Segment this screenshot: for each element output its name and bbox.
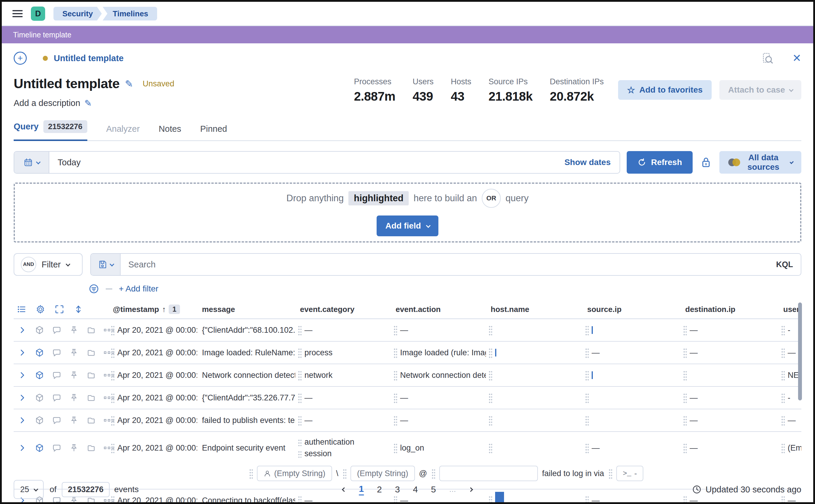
page-2[interactable]: 2	[377, 484, 382, 495]
cell-host-name[interactable]	[486, 415, 583, 426]
gear-icon[interactable]	[36, 305, 45, 314]
timeline-switcher[interactable]: Untitled template	[36, 53, 124, 63]
cell-timestamp[interactable]: Apr 20, 2021 @ 00:00:00.035	[108, 370, 197, 381]
lock-icon[interactable]	[700, 157, 712, 168]
pin-event-icon[interactable]	[69, 443, 78, 452]
cell-event-category[interactable]: network	[295, 370, 391, 381]
edit-title-icon[interactable]: ✎	[125, 78, 133, 90]
cell-event-action[interactable]: Network connection detec...	[391, 370, 486, 381]
cell-message[interactable]: failed to publish events: tem...	[197, 416, 295, 425]
column-header-event-category[interactable]: event.category	[295, 305, 391, 314]
notes-icon[interactable]	[87, 416, 96, 425]
cell-timestamp[interactable]: Apr 20, 2021 @ 00:00:00.019	[108, 347, 197, 358]
add-note-icon[interactable]	[52, 393, 61, 402]
cell-source-ip[interactable]: —	[583, 443, 681, 453]
data-sources-button[interactable]: All data sources	[719, 151, 801, 174]
notes-icon[interactable]	[87, 326, 96, 335]
cell-event-category[interactable]: —	[295, 392, 391, 403]
page-1[interactable]: 1	[359, 484, 364, 495]
analyze-event-icon[interactable]	[35, 393, 44, 402]
refresh-button[interactable]: Refresh	[627, 151, 693, 174]
tab-query[interactable]: Query 21532276	[14, 120, 87, 141]
filter-type-dropdown[interactable]: AND Filter	[14, 253, 83, 276]
cell-source-ip[interactable]	[583, 325, 681, 335]
cell-destination-ip[interactable]: —	[681, 347, 778, 358]
cell-event-category[interactable]: —	[295, 325, 391, 335]
cell-event-action[interactable]: —	[391, 415, 486, 426]
cell-message[interactable]: {"ClientAddr":"35.226.77.71:...	[197, 393, 295, 402]
add-note-icon[interactable]	[52, 326, 61, 335]
page-3[interactable]: 3	[395, 484, 400, 495]
expand-row-icon[interactable]	[18, 416, 27, 425]
cell-event-action[interactable]: log_on	[391, 443, 486, 453]
column-header-message[interactable]: message	[197, 305, 295, 314]
next-page-icon[interactable]	[469, 487, 473, 492]
expand-row-icon[interactable]	[18, 348, 27, 357]
cell-host-name[interactable]	[486, 392, 583, 403]
previous-page-icon[interactable]	[342, 487, 346, 492]
cell-message[interactable]: {"ClientAddr":"68.100.102.46...	[197, 326, 295, 335]
cell-message[interactable]: Image loaded: RuleName: Ut...	[197, 348, 295, 357]
vertical-scrollbar[interactable]	[798, 302, 802, 400]
pin-event-icon[interactable]	[69, 416, 78, 425]
cell-user[interactable]: —	[778, 415, 801, 426]
attach-to-case-button[interactable]: Attach to case	[719, 80, 801, 100]
fullscreen-icon[interactable]	[55, 305, 64, 314]
show-dates-link[interactable]: Show dates	[564, 158, 620, 167]
cell-destination-ip[interactable]	[681, 370, 778, 381]
close-icon[interactable]: ✕	[792, 53, 801, 64]
cell-event-action[interactable]: Image loaded (rule: Image...	[391, 347, 486, 358]
add-filter-link[interactable]: + Add filter	[119, 284, 158, 294]
column-header-event-action[interactable]: event.action	[391, 305, 486, 314]
notes-icon[interactable]	[87, 371, 96, 380]
add-note-icon[interactable]	[52, 371, 61, 380]
expand-row-icon[interactable]	[18, 371, 27, 380]
menu-icon[interactable]	[12, 10, 23, 17]
cell-source-ip[interactable]	[583, 415, 681, 426]
column-header-host-name[interactable]: host.name	[486, 305, 583, 314]
cell-host-name[interactable]	[486, 370, 583, 381]
cell-event-category[interactable]: process	[295, 347, 391, 358]
cell-timestamp[interactable]: Apr 20, 2021 @ 00:00:00.138	[108, 443, 197, 453]
analyze-event-icon[interactable]	[35, 326, 44, 335]
cell-event-category[interactable]: —	[295, 415, 391, 426]
pin-event-icon[interactable]	[69, 326, 78, 335]
add-note-icon[interactable]	[52, 348, 61, 357]
cell-destination-ip[interactable]: —	[681, 392, 778, 403]
analyze-event-icon[interactable]	[35, 371, 44, 380]
cell-user[interactable]: (Em	[778, 443, 801, 453]
analyze-event-icon[interactable]	[35, 348, 44, 357]
cell-source-ip[interactable]: —	[583, 347, 681, 358]
cell-timestamp[interactable]: Apr 20, 2021 @ 00:00:00.121	[108, 392, 197, 403]
cell-timestamp[interactable]: Apr 20, 2021 @ 00:00:00.133	[108, 415, 197, 426]
notes-icon[interactable]	[87, 443, 96, 452]
notes-icon[interactable]	[87, 393, 96, 402]
query-drop-zone[interactable]: Drop anything highlighted here to build …	[14, 183, 801, 243]
cell-event-action[interactable]: —	[391, 325, 486, 335]
column-header-source-ip[interactable]: source.ip	[583, 305, 681, 314]
cell-host-name[interactable]	[486, 443, 583, 453]
breadcrumb-security[interactable]: Security	[53, 7, 102, 20]
cell-destination-ip[interactable]: —	[681, 415, 778, 426]
cell-event-category[interactable]: authentication session	[295, 438, 391, 458]
add-field-button[interactable]: Add field	[376, 215, 439, 236]
add-to-favorites-button[interactable]: ☆ Add to favorites	[618, 80, 712, 100]
tab-notes[interactable]: Notes	[159, 124, 181, 140]
cell-message[interactable]: Endpoint security event	[197, 443, 295, 453]
expand-row-icon[interactable]	[18, 443, 27, 452]
page-4[interactable]: 4	[413, 484, 418, 495]
tab-pinned[interactable]: Pinned	[200, 124, 227, 140]
column-header-destination-ip[interactable]: destination.ip	[681, 305, 778, 314]
cell-source-ip[interactable]	[583, 392, 681, 403]
cell-source-ip[interactable]	[583, 370, 681, 381]
cell-host-name[interactable]	[486, 347, 583, 358]
pin-event-icon[interactable]	[69, 393, 78, 402]
avatar[interactable]: D	[31, 7, 45, 21]
breadcrumb-timelines[interactable]: Timelines	[103, 7, 157, 20]
expand-row-icon[interactable]	[18, 326, 27, 335]
page-5[interactable]: 5	[431, 484, 436, 495]
inspect-icon[interactable]	[762, 52, 773, 64]
description-placeholder[interactable]: Add a description	[14, 98, 80, 108]
event-renderers-icon[interactable]	[17, 305, 26, 314]
cell-destination-ip[interactable]: —	[681, 443, 778, 453]
